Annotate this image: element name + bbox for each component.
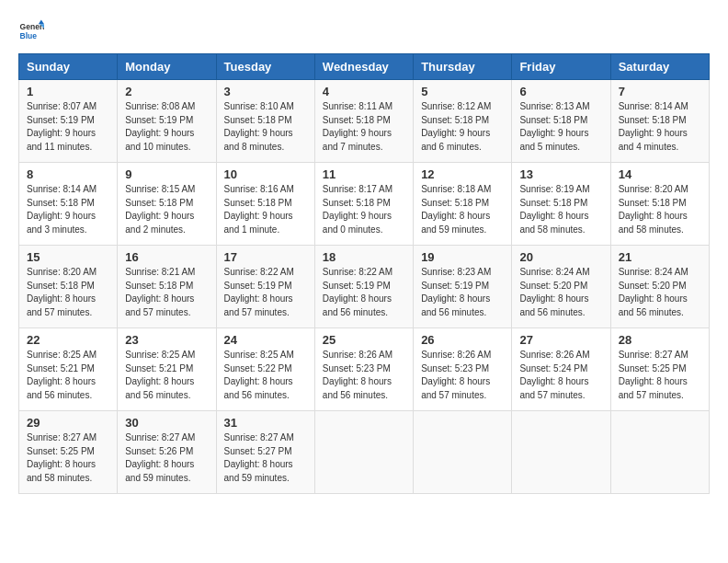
calendar-day-10: 10Sunrise: 8:16 AMSunset: 5:18 PMDayligh… bbox=[216, 163, 314, 246]
col-header-sunday: Sunday bbox=[19, 54, 118, 80]
logo: General Blue bbox=[18, 18, 44, 44]
day-number: 11 bbox=[323, 167, 405, 181]
day-info: Sunrise: 8:27 AMSunset: 5:25 PMDaylight:… bbox=[27, 431, 109, 485]
col-header-thursday: Thursday bbox=[414, 54, 512, 80]
day-number: 10 bbox=[224, 167, 307, 181]
day-info: Sunrise: 8:24 AMSunset: 5:20 PMDaylight:… bbox=[619, 266, 701, 319]
day-number: 14 bbox=[619, 167, 701, 181]
day-number: 27 bbox=[519, 333, 602, 347]
day-info: Sunrise: 8:26 AMSunset: 5:23 PMDaylight:… bbox=[323, 349, 405, 402]
day-number: 6 bbox=[519, 85, 602, 98]
calendar-day-27: 27Sunrise: 8:26 AMSunset: 5:24 PMDayligh… bbox=[512, 328, 610, 411]
calendar-day-12: 12Sunrise: 8:18 AMSunset: 5:18 PMDayligh… bbox=[414, 163, 512, 246]
logo-icon: General Blue bbox=[18, 18, 44, 44]
day-number: 13 bbox=[519, 167, 602, 181]
day-number: 26 bbox=[421, 333, 504, 347]
day-number: 23 bbox=[125, 333, 208, 347]
calendar-table: SundayMondayTuesdayWednesdayThursdayFrid… bbox=[18, 53, 710, 494]
calendar-day-3: 3Sunrise: 8:10 AMSunset: 5:18 PMDaylight… bbox=[216, 80, 314, 163]
calendar-day-21: 21Sunrise: 8:24 AMSunset: 5:20 PMDayligh… bbox=[610, 246, 709, 328]
day-info: Sunrise: 8:27 AMSunset: 5:27 PMDaylight:… bbox=[224, 431, 307, 485]
calendar-day-empty bbox=[610, 411, 709, 494]
calendar-day-29: 29Sunrise: 8:27 AMSunset: 5:25 PMDayligh… bbox=[19, 411, 118, 494]
day-info: Sunrise: 8:21 AMSunset: 5:18 PMDaylight:… bbox=[125, 266, 208, 319]
calendar-day-22: 22Sunrise: 8:25 AMSunset: 5:21 PMDayligh… bbox=[19, 328, 118, 411]
day-info: Sunrise: 8:13 AMSunset: 5:18 PMDaylight:… bbox=[519, 100, 602, 154]
day-number: 3 bbox=[224, 85, 307, 98]
day-number: 7 bbox=[619, 85, 701, 98]
day-info: Sunrise: 8:26 AMSunset: 5:23 PMDaylight:… bbox=[421, 349, 504, 402]
col-header-friday: Friday bbox=[512, 54, 610, 80]
day-number: 15 bbox=[27, 250, 109, 264]
col-header-wednesday: Wednesday bbox=[314, 54, 413, 80]
calendar-day-8: 8Sunrise: 8:14 AMSunset: 5:18 PMDaylight… bbox=[19, 163, 118, 246]
day-number: 24 bbox=[224, 333, 307, 347]
day-number: 8 bbox=[27, 167, 109, 181]
calendar-day-14: 14Sunrise: 8:20 AMSunset: 5:18 PMDayligh… bbox=[610, 163, 709, 246]
day-info: Sunrise: 8:25 AMSunset: 5:21 PMDaylight:… bbox=[125, 349, 208, 402]
calendar-day-24: 24Sunrise: 8:25 AMSunset: 5:22 PMDayligh… bbox=[216, 328, 314, 411]
calendar-day-16: 16Sunrise: 8:21 AMSunset: 5:18 PMDayligh… bbox=[118, 246, 216, 328]
day-info: Sunrise: 8:25 AMSunset: 5:21 PMDaylight:… bbox=[27, 349, 109, 402]
day-number: 9 bbox=[125, 167, 208, 181]
day-info: Sunrise: 8:16 AMSunset: 5:18 PMDaylight:… bbox=[224, 183, 307, 236]
calendar-week-3: 15Sunrise: 8:20 AMSunset: 5:18 PMDayligh… bbox=[19, 246, 710, 328]
day-info: Sunrise: 8:07 AMSunset: 5:19 PMDaylight:… bbox=[27, 100, 109, 154]
col-header-saturday: Saturday bbox=[610, 54, 709, 80]
day-info: Sunrise: 8:10 AMSunset: 5:18 PMDaylight:… bbox=[224, 100, 307, 154]
calendar-day-15: 15Sunrise: 8:20 AMSunset: 5:18 PMDayligh… bbox=[19, 246, 118, 328]
day-info: Sunrise: 8:26 AMSunset: 5:24 PMDaylight:… bbox=[519, 349, 602, 402]
day-info: Sunrise: 8:14 AMSunset: 5:18 PMDaylight:… bbox=[619, 100, 701, 154]
calendar-day-empty bbox=[314, 411, 413, 494]
day-info: Sunrise: 8:19 AMSunset: 5:18 PMDaylight:… bbox=[519, 183, 602, 236]
day-info: Sunrise: 8:08 AMSunset: 5:19 PMDaylight:… bbox=[125, 100, 208, 154]
day-info: Sunrise: 8:27 AMSunset: 5:26 PMDaylight:… bbox=[125, 431, 208, 485]
day-info: Sunrise: 8:20 AMSunset: 5:18 PMDaylight:… bbox=[619, 183, 701, 236]
col-header-tuesday: Tuesday bbox=[216, 54, 314, 80]
day-info: Sunrise: 8:25 AMSunset: 5:22 PMDaylight:… bbox=[224, 349, 307, 402]
calendar-day-25: 25Sunrise: 8:26 AMSunset: 5:23 PMDayligh… bbox=[314, 328, 413, 411]
calendar-day-20: 20Sunrise: 8:24 AMSunset: 5:20 PMDayligh… bbox=[512, 246, 610, 328]
day-info: Sunrise: 8:14 AMSunset: 5:18 PMDaylight:… bbox=[27, 183, 109, 236]
calendar-day-4: 4Sunrise: 8:11 AMSunset: 5:18 PMDaylight… bbox=[314, 80, 413, 163]
calendar-day-5: 5Sunrise: 8:12 AMSunset: 5:18 PMDaylight… bbox=[414, 80, 512, 163]
day-number: 28 bbox=[619, 333, 701, 347]
calendar-week-4: 22Sunrise: 8:25 AMSunset: 5:21 PMDayligh… bbox=[19, 328, 710, 411]
day-number: 16 bbox=[125, 250, 208, 264]
page-header: General Blue bbox=[18, 18, 710, 44]
day-info: Sunrise: 8:15 AMSunset: 5:18 PMDaylight:… bbox=[125, 183, 208, 236]
col-header-monday: Monday bbox=[118, 54, 216, 80]
day-number: 12 bbox=[421, 167, 504, 181]
day-number: 31 bbox=[224, 416, 307, 430]
calendar-day-26: 26Sunrise: 8:26 AMSunset: 5:23 PMDayligh… bbox=[414, 328, 512, 411]
day-info: Sunrise: 8:24 AMSunset: 5:20 PMDaylight:… bbox=[519, 266, 602, 319]
calendar-day-1: 1Sunrise: 8:07 AMSunset: 5:19 PMDaylight… bbox=[19, 80, 118, 163]
calendar-day-6: 6Sunrise: 8:13 AMSunset: 5:18 PMDaylight… bbox=[512, 80, 610, 163]
calendar-day-2: 2Sunrise: 8:08 AMSunset: 5:19 PMDaylight… bbox=[118, 80, 216, 163]
calendar-day-19: 19Sunrise: 8:23 AMSunset: 5:19 PMDayligh… bbox=[414, 246, 512, 328]
calendar-day-28: 28Sunrise: 8:27 AMSunset: 5:25 PMDayligh… bbox=[610, 328, 709, 411]
day-info: Sunrise: 8:27 AMSunset: 5:25 PMDaylight:… bbox=[619, 349, 701, 402]
day-info: Sunrise: 8:17 AMSunset: 5:18 PMDaylight:… bbox=[323, 183, 405, 236]
day-number: 20 bbox=[519, 250, 602, 264]
calendar-day-18: 18Sunrise: 8:22 AMSunset: 5:19 PMDayligh… bbox=[314, 246, 413, 328]
calendar-day-11: 11Sunrise: 8:17 AMSunset: 5:18 PMDayligh… bbox=[314, 163, 413, 246]
calendar-day-7: 7Sunrise: 8:14 AMSunset: 5:18 PMDaylight… bbox=[610, 80, 709, 163]
day-number: 25 bbox=[323, 333, 405, 347]
svg-text:Blue: Blue bbox=[20, 31, 38, 40]
calendar-day-9: 9Sunrise: 8:15 AMSunset: 5:18 PMDaylight… bbox=[118, 163, 216, 246]
day-info: Sunrise: 8:23 AMSunset: 5:19 PMDaylight:… bbox=[421, 266, 504, 319]
day-number: 2 bbox=[125, 85, 208, 98]
day-number: 19 bbox=[421, 250, 504, 264]
calendar-day-31: 31Sunrise: 8:27 AMSunset: 5:27 PMDayligh… bbox=[216, 411, 314, 494]
day-number: 29 bbox=[27, 416, 109, 430]
day-info: Sunrise: 8:12 AMSunset: 5:18 PMDaylight:… bbox=[421, 100, 504, 154]
day-number: 18 bbox=[323, 250, 405, 264]
calendar-week-1: 1Sunrise: 8:07 AMSunset: 5:19 PMDaylight… bbox=[19, 80, 710, 163]
calendar-week-2: 8Sunrise: 8:14 AMSunset: 5:18 PMDaylight… bbox=[19, 163, 710, 246]
calendar-week-5: 29Sunrise: 8:27 AMSunset: 5:25 PMDayligh… bbox=[19, 411, 710, 494]
day-number: 17 bbox=[224, 250, 307, 264]
calendar-day-17: 17Sunrise: 8:22 AMSunset: 5:19 PMDayligh… bbox=[216, 246, 314, 328]
day-info: Sunrise: 8:22 AMSunset: 5:19 PMDaylight:… bbox=[224, 266, 307, 319]
day-info: Sunrise: 8:18 AMSunset: 5:18 PMDaylight:… bbox=[421, 183, 504, 236]
